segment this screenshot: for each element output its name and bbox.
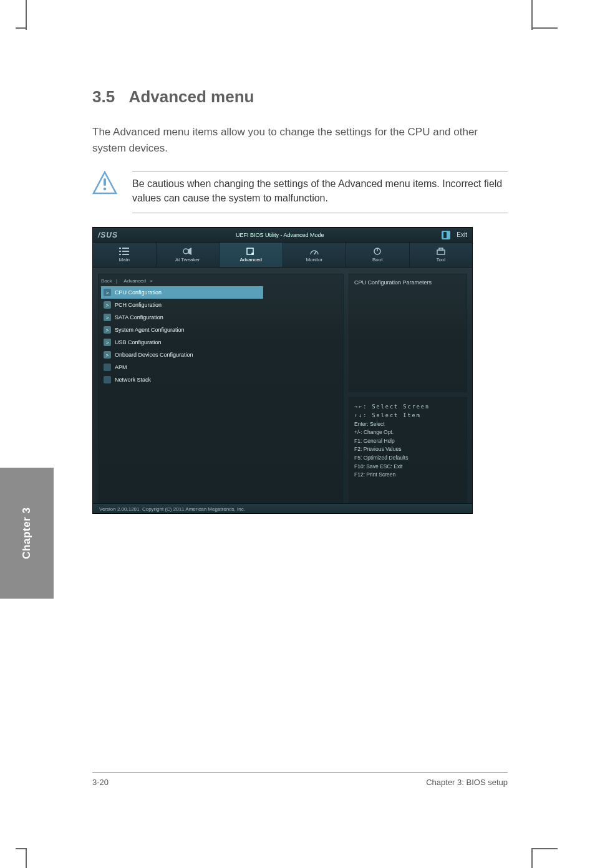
caution-note: Be cautious when changing the settings o… [92,171,508,213]
svg-rect-1 [104,178,106,186]
tab-label: Ai Tweaker [175,257,200,263]
tab-boot[interactable]: Boot [346,243,410,267]
tab-label: Monitor [306,257,322,263]
menu-item-onboard-devices[interactable]: >Onboard Devices Configuration [101,349,341,361]
chevron-right-icon: > [104,326,111,334]
menu-item-apm[interactable]: APM [101,361,341,374]
help-text: CPU Configuration Parameters [354,279,462,286]
chevron-right-icon: > [104,314,111,321]
hint-line: F1: General Help [354,437,462,446]
tab-tool[interactable]: Tool [410,243,473,267]
chapter-label: Chapter 3 [21,508,33,559]
svg-line-12 [314,251,316,254]
tab-advanced[interactable]: Advanced [220,243,283,267]
hint-line: →←: Select Screen [354,403,462,412]
list-icon [119,247,129,256]
caution-text: Be cautious when changing the settings o… [132,171,508,213]
menu-label: System Agent Configuration [115,327,185,333]
caution-icon [92,171,117,196]
square-icon [104,376,111,383]
bios-tabs: Main Ai Tweaker Advanced Monitor Boot To… [93,243,472,268]
back-label[interactable]: Back [101,278,112,284]
menu-label: PCH Configuration [115,302,162,308]
bios-right-panel: CPU Configuration Parameters →←: Select … [349,274,467,503]
bios-footer: Version 2.00.1201. Copyright (C) 2011 Am… [93,503,472,514]
svg-rect-6 [122,251,129,252]
left-panel-header: Advanced [123,278,146,284]
menu-label: Network Stack [115,377,151,383]
exit-label[interactable]: Exit [457,231,467,238]
svg-rect-7 [119,254,121,255]
svg-rect-16 [439,248,443,250]
section-heading: 3.5 Advanced menu [92,87,508,118]
svg-rect-15 [437,250,445,254]
bios-hints-box: →←: Select Screen ↑↓: Select Item Enter:… [349,397,467,503]
svg-point-2 [104,188,107,191]
chevron-right-icon: > [104,351,111,359]
tab-monitor[interactable]: Monitor [283,243,347,267]
page-content: 3.5 Advanced menu The Advanced menu item… [0,0,595,514]
hint-line: F12: Print Screen [354,471,462,480]
menu-item-network-stack[interactable]: Network Stack [101,374,341,386]
power-icon [372,247,382,256]
section-title: Advanced menu [129,87,254,106]
menu-item-usb-config[interactable]: >USB Configuration [101,336,341,349]
tab-ai-tweaker[interactable]: Ai Tweaker [157,243,220,267]
bios-body: Back | Advanced > >CPU Configuration >PC… [93,268,472,503]
tab-main[interactable]: Main [93,243,157,267]
svg-rect-3 [119,248,121,249]
section-number: 3.5 [92,87,115,107]
page-number: 3-20 [92,778,109,787]
bios-left-panel: Back | Advanced > >CPU Configuration >PC… [98,274,344,503]
svg-rect-5 [119,251,121,252]
hint-line: ↑↓: Select Item [354,412,462,420]
menu-item-sata-config[interactable]: >SATA Configuration [101,311,341,324]
menu-label: CPU Configuration [115,289,162,296]
chevron-right-icon: > [104,289,111,296]
svg-point-11 [251,253,254,255]
menu-label: USB Configuration [115,339,162,345]
chip-icon [246,247,256,256]
chevron-right-icon: > [104,339,111,346]
tab-label: Tool [436,257,445,263]
hint-line: +/-: Change Opt. [354,428,462,437]
hint-line: Enter: Select [354,420,462,429]
section-description: The Advanced menu items allow you to cha… [92,124,508,156]
tab-label: Advanced [239,257,262,263]
menu-item-system-agent-config[interactable]: >System Agent Configuration [101,324,341,336]
bios-top-bar: /SUS UEFI BIOS Utility - Advanced Mode E… [93,228,472,243]
asus-logo: /SUS [98,231,118,239]
chevron-right-icon: > [104,301,111,309]
bios-mode-title: UEFI BIOS Utility - Advanced Mode [236,232,324,238]
bios-help-box: CPU Configuration Parameters [349,274,467,392]
footer-title: Chapter 3: BIOS setup [426,778,508,787]
hint-line: F2: Previous Values [354,445,462,454]
svg-rect-8 [122,254,129,255]
menu-item-cpu-config[interactable]: >CPU Configuration [101,286,263,299]
menu-label: APM [115,364,127,370]
chapter-side-tab: Chapter 3 [0,468,54,599]
gauge-icon [309,247,319,256]
svg-point-9 [183,249,188,254]
square-icon [104,364,111,371]
svg-rect-4 [122,248,129,249]
hint-line: F5: Optimized Defaults [354,454,462,463]
bios-screenshot: /SUS UEFI BIOS Utility - Advanced Mode E… [92,227,473,514]
menu-label: SATA Configuration [115,314,163,321]
menu-item-pch-config[interactable]: >PCH Configuration [101,299,341,311]
bios-footer-left: Version 2.00.1201. Copyright (C) 2011 Am… [99,506,245,512]
page-footer: 3-20 Chapter 3: BIOS setup [92,772,508,787]
exit-icon[interactable] [442,231,450,239]
tab-label: Boot [372,257,382,263]
toolbox-icon [436,247,446,256]
tab-label: Main [119,257,130,263]
slider-icon [183,247,193,256]
hint-line: F10: Save ESC: Exit [354,463,462,471]
menu-label: Onboard Devices Configuration [115,352,193,358]
